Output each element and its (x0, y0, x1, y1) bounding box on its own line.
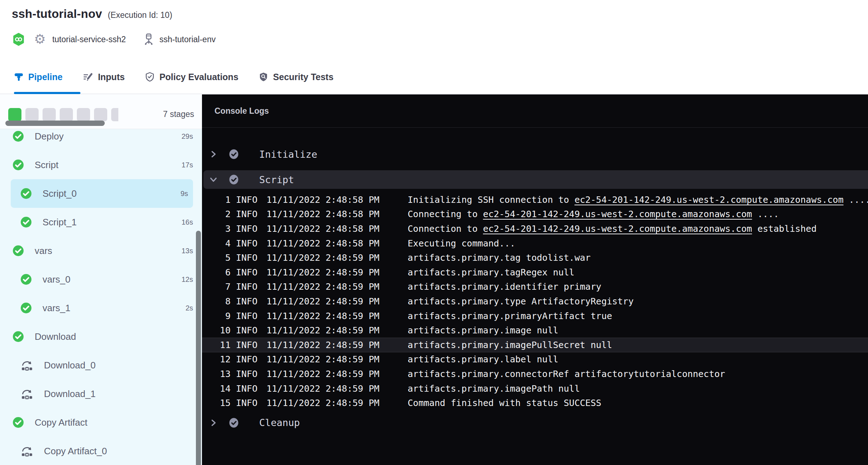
log-timestamp: 11/11/2022 2:48:59 PM (266, 340, 379, 350)
success-check-icon (229, 149, 239, 159)
log-line-number: 10 (202, 325, 231, 336)
log-line-13: 13INFO11/11/2022 2:48:59 PMartifacts.pri… (202, 367, 868, 381)
log-message: artifacts.primary.identifier primary (408, 282, 601, 292)
cd-module-icon (13, 33, 24, 46)
log-message: artifacts.primary.connectorRef artifacto… (408, 369, 725, 379)
chevron-right-icon (209, 150, 217, 158)
tab-label: Security Tests (273, 72, 334, 82)
minimap-stage-square[interactable] (111, 108, 118, 121)
stage-label: vars_1 (43, 303, 70, 314)
log-line-9: 9INFO11/11/2022 2:48:59 PMartifacts.prim… (202, 309, 868, 323)
log-level: INFO (236, 253, 257, 263)
log-level: INFO (236, 311, 257, 321)
log-line-number: 2 (202, 209, 231, 219)
console-section-cleanup[interactable]: Cleanup (202, 414, 868, 432)
chevron-right-icon (209, 418, 217, 427)
stage-row-download[interactable]: Download (0, 322, 202, 351)
entity-row: ⚙ tutorial-service-ssh2 ssh-tutorial-env (13, 32, 216, 46)
stage-label: Copy Artifact_0 (44, 446, 107, 457)
tab-pipeline[interactable]: Pipeline (14, 60, 73, 94)
stage-row-vars-0[interactable]: vars_012s (0, 265, 202, 294)
stage-label: Download_1 (44, 388, 96, 400)
rollback-icon (21, 359, 33, 371)
service-name[interactable]: tutorial-service-ssh2 (52, 35, 126, 44)
log-line-3: 3INFO11/11/2022 2:48:58 PMConnection to … (202, 221, 868, 236)
title-row: ssh-tutorial-nov (Execution Id: 10) (12, 7, 172, 21)
stage-row-script-0[interactable]: Script_09s (11, 179, 193, 208)
stage-row-script[interactable]: Script17s (0, 151, 202, 179)
log-timestamp: 11/11/2022 2:48:59 PM (266, 282, 379, 292)
tab-policy-evaluations[interactable]: Policy Evaluations (145, 60, 248, 94)
stages-sidebar: Deploy29sScript17sScript_09sScript_116sv… (0, 94, 202, 465)
log-level: INFO (236, 325, 257, 336)
log-level: INFO (236, 383, 257, 394)
log-line-1: 1INFO11/11/2022 2:48:58 PMInitializing S… (202, 192, 868, 207)
console-panel: Console Logs Initialize Script 1INFO11/1… (202, 94, 868, 465)
stage-duration: 9s (181, 190, 193, 198)
log-line-2: 2INFO11/11/2022 2:48:58 PMConnecting to … (202, 207, 868, 222)
log-timestamp: 11/11/2022 2:48:59 PM (266, 398, 379, 408)
minimap-stage-square[interactable] (77, 108, 90, 121)
log-line-number: 13 (202, 369, 231, 379)
console-section-script[interactable]: Script (203, 170, 868, 189)
log-line-number: 1 (202, 195, 231, 205)
stage-label: Script (35, 160, 58, 171)
environment-name[interactable]: ssh-tutorial-env (159, 35, 216, 44)
log-line-4: 4INFO11/11/2022 2:48:58 PMExecuting comm… (202, 236, 868, 251)
stage-row-download-1[interactable]: Download_1 (0, 380, 202, 408)
minimap-stage-square[interactable] (43, 108, 56, 121)
stage-row-download-0[interactable]: Download_0 (0, 351, 202, 380)
minimap-stage-square[interactable] (94, 108, 107, 121)
stage-row-script-1[interactable]: Script_116s (0, 208, 202, 236)
stage-row-vars[interactable]: vars13s (0, 236, 202, 265)
log-line-7: 7INFO11/11/2022 2:48:59 PMartifacts.prim… (202, 280, 868, 294)
console-header: Console Logs (202, 94, 868, 128)
log-timestamp: 11/11/2022 2:48:59 PM (266, 267, 379, 278)
stage-label: Download_0 (44, 360, 96, 371)
success-check-icon (13, 245, 24, 256)
stage-row-copy-artifact[interactable]: Copy Artifact (0, 408, 202, 437)
log-line-5: 5INFO11/11/2022 2:48:59 PMartifacts.prim… (202, 250, 868, 265)
log-level: INFO (236, 195, 257, 205)
log-timestamp: 11/11/2022 2:48:59 PM (266, 325, 379, 336)
minimap-stage-square[interactable] (60, 108, 73, 121)
log-level: INFO (236, 282, 257, 292)
log-message: artifacts.primary.imagePath null (408, 383, 580, 394)
log-host-link[interactable]: ec2-54-201-142-249.us-west-2.compute.ama… (574, 195, 844, 205)
log-message: Executing command... (408, 238, 515, 249)
log-timestamp: 11/11/2022 2:48:58 PM (266, 224, 379, 234)
tab-security-tests[interactable]: Security Tests (258, 60, 344, 94)
execution-id: (Execution Id: 10) (108, 10, 172, 20)
success-check-icon (21, 217, 31, 227)
tab-inputs[interactable]: Inputs (83, 60, 135, 94)
log-host-link[interactable]: ec2-54-201-142-249.us-west-2.compute.ama… (483, 209, 752, 219)
sidebar-vertical-scrollbar[interactable] (196, 231, 201, 465)
stage-label: Script_0 (43, 188, 77, 199)
success-check-icon (21, 303, 31, 313)
stage-duration: 16s (182, 218, 202, 226)
log-timestamp: 11/11/2022 2:48:59 PM (266, 383, 379, 394)
stage-row-copy-artifact-0[interactable]: Copy Artifact_0 (0, 437, 202, 465)
log-level: INFO (236, 369, 257, 379)
stage-minimap-header: 7 stages (0, 94, 202, 129)
environment-icon (143, 33, 154, 45)
log-level: INFO (236, 340, 257, 350)
stage-list: Deploy29sScript17sScript_09sScript_116sv… (0, 122, 202, 465)
log-timestamp: 11/11/2022 2:48:59 PM (266, 369, 379, 379)
console-section-initialize[interactable]: Initialize (202, 145, 868, 163)
stage-row-vars-1[interactable]: vars_12s (0, 294, 202, 322)
minimap-stage-square[interactable] (8, 108, 21, 121)
minimap-horizontal-scrollbar[interactable] (5, 121, 105, 126)
pipeline-icon (14, 72, 24, 82)
active-tab-indicator (14, 92, 80, 94)
success-check-icon (21, 188, 31, 199)
log-line-number: 7 (202, 282, 231, 292)
chevron-down-icon (209, 175, 217, 184)
log-message: Command finished with status SUCCESS (408, 398, 601, 408)
log-line-11: 11INFO11/11/2022 2:48:59 PMartifacts.pri… (202, 338, 868, 352)
log-host-link[interactable]: ec2-54-201-142-249.us-west-2.compute.ama… (483, 224, 752, 234)
minimap-stage-square[interactable] (25, 108, 39, 121)
rollback-icon (21, 388, 33, 400)
stage-minimap[interactable] (8, 108, 118, 122)
policy-evaluations-icon (145, 72, 155, 82)
